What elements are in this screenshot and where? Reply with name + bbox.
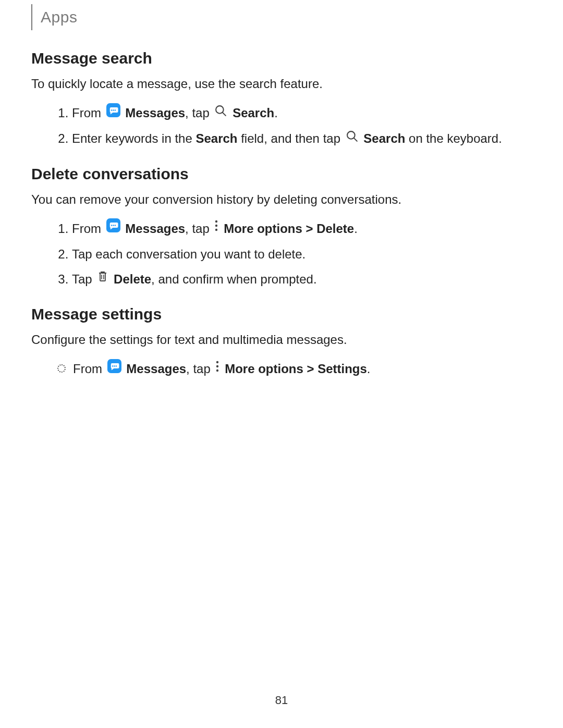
page-content: Apps Message searchTo quickly locate a m… <box>0 0 563 380</box>
step-text: From <box>72 106 105 120</box>
step-bold-text: Search <box>232 106 274 120</box>
step-bold-text: Messages <box>125 221 185 236</box>
step-text: Tap <box>72 272 95 286</box>
step-text: Tap each conversation you want to delete… <box>72 247 305 261</box>
step-bold-text: Messages <box>126 362 186 376</box>
step-bold-text: Search <box>363 131 405 145</box>
step-bold-text: Search <box>195 131 237 145</box>
step-bold-text: Messages <box>125 106 185 120</box>
step-item: From Messages, tap Search. <box>72 103 532 124</box>
header-rule <box>31 4 32 30</box>
step-list: From Messages, tap More options > Delete… <box>31 218 532 291</box>
section-heading: Delete conversations <box>31 165 532 183</box>
step-bold-text: Delete <box>114 272 151 286</box>
step-item: From Messages, tap More options > Delete… <box>72 218 532 240</box>
section: Message searchTo quickly locate a messag… <box>31 49 532 150</box>
step-text: From <box>73 362 106 376</box>
section-intro: To quickly locate a message, use the sea… <box>31 75 532 93</box>
step-bold-text: More options > Settings <box>225 362 367 376</box>
section-intro: You can remove your conversion history b… <box>31 191 532 209</box>
step-item: Tap each conversation you want to delete… <box>72 244 532 265</box>
step-item: From Messages, tap More options > Settin… <box>57 359 532 380</box>
trash-icon <box>97 268 108 289</box>
messages-icon <box>107 359 121 379</box>
step-text: , and confirm when prompted. <box>151 272 317 286</box>
step-text: , tap <box>185 106 213 120</box>
step-text: . <box>367 362 371 376</box>
page-header: Apps <box>31 0 532 30</box>
header-section-label: Apps <box>41 8 77 26</box>
step-item: Tap Delete, and confirm when prompted. <box>72 269 532 290</box>
page-number: 81 <box>0 694 563 707</box>
section-intro: Configure the settings for text and mult… <box>31 331 532 349</box>
step-text: field, and then tap <box>238 131 344 145</box>
step-list: From Messages, tap Search.Enter keywords… <box>31 103 532 150</box>
step-text: Enter keywords in the <box>72 131 195 145</box>
section-heading: Message search <box>31 49 532 68</box>
section: Delete conversationsYou can remove your … <box>31 165 532 290</box>
section-heading: Message settings <box>31 305 532 324</box>
step-text: on the keyboard. <box>405 131 501 145</box>
more-icon <box>214 218 218 239</box>
step-text: , tap <box>185 221 213 236</box>
messages-icon <box>106 103 120 124</box>
search-icon <box>346 128 359 149</box>
step-text: , tap <box>186 362 214 376</box>
messages-icon <box>106 218 120 239</box>
step-list: From Messages, tap More options > Settin… <box>31 359 532 380</box>
section: Message settingsConfigure the settings f… <box>31 305 532 380</box>
step-bold-text: More options > Delete <box>224 221 354 236</box>
step-text: . <box>274 106 278 120</box>
step-text: From <box>72 221 105 236</box>
search-icon <box>214 103 227 124</box>
step-text: . <box>354 221 358 236</box>
step-item: Enter keywords in the Search field, and … <box>72 128 532 150</box>
more-icon <box>215 359 219 379</box>
